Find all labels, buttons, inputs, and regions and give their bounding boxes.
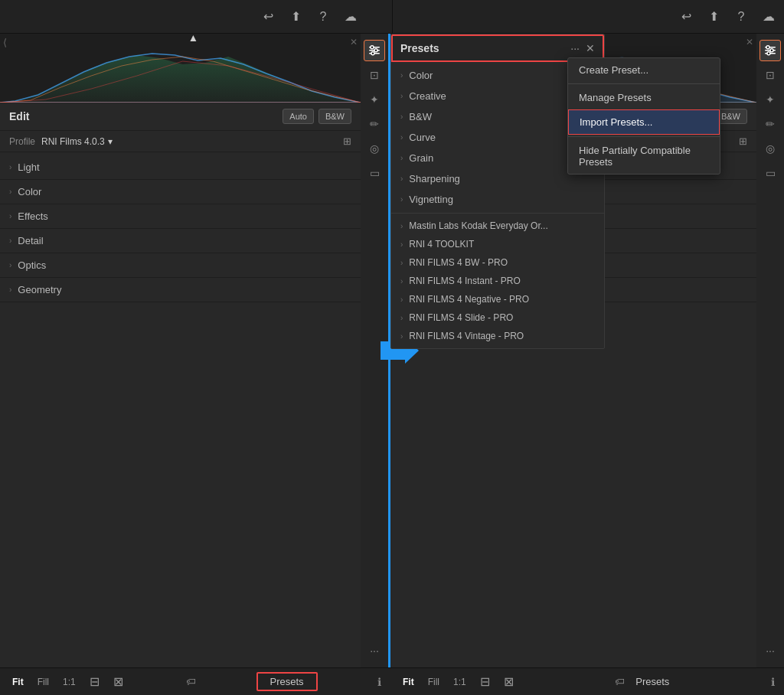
left-profile-label: Profile (9, 136, 35, 147)
svg-point-4 (371, 46, 374, 49)
left-panel-item-geometry[interactable]: › Geometry (0, 278, 361, 302)
ctx-hide-partial[interactable]: Hide Partially Compatible Presets (568, 139, 720, 174)
histogram-expand-icon[interactable]: ⟨ (3, 37, 7, 48)
preset-chevron-mastin-icon: › (400, 222, 403, 230)
tag-icon-bottom-right[interactable]: 🏷 (615, 676, 625, 687)
right-sidebar-icons: ⊡ ✦ ✏ ◎ ▭ ··· (756, 34, 784, 667)
presets-label-right[interactable]: Presets (632, 674, 672, 689)
ctx-create-preset[interactable]: Create Preset... (568, 58, 720, 82)
svg-point-13 (770, 49, 773, 52)
cloud-icon-right[interactable]: ☁ (761, 9, 776, 24)
zoom-1to1-button-right[interactable]: 1:1 (450, 675, 469, 689)
preset-chevron-color-icon: › (400, 71, 403, 80)
context-menu: Create Preset... Manage Presets Import P… (567, 57, 720, 175)
help-icon-right[interactable]: ? (733, 9, 749, 24)
help-icon-left[interactable]: ? (315, 9, 331, 24)
left-panel-items: › Light › Color › Effects › Detail › O (0, 152, 361, 667)
svg-marker-0 (190, 35, 196, 41)
left-edit-panel: ⟨ ✕ Edit Auto B&W Profile RNI Films 4.0.… (0, 34, 361, 667)
presets-title: Presets (400, 42, 570, 54)
right-histogram-close-icon[interactable]: ✕ (746, 37, 753, 47)
left-profile-value[interactable]: RNI Films 4.0.3 ▾ (41, 136, 113, 147)
right-sidebar-sliders-icon[interactable] (760, 40, 781, 61)
svg-point-12 (766, 46, 769, 49)
left-panel-item-light[interactable]: › Light (0, 155, 361, 180)
zoom-fit-button-right[interactable]: Fit (400, 675, 417, 689)
left-sidebar-brush-icon[interactable]: ✏ (364, 113, 385, 135)
left-chevron-geometry-icon: › (9, 286, 11, 294)
left-panel-item-effects[interactable]: › Effects (0, 204, 361, 229)
left-edit-title: Edit (9, 110, 29, 122)
right-sidebar-gradient-icon[interactable]: ▭ (760, 162, 781, 184)
presets-more-icon[interactable]: ··· (570, 42, 580, 54)
left-profile-grid-icon[interactable]: ⊞ (343, 135, 351, 147)
presets-close-icon[interactable]: ✕ (586, 42, 595, 54)
left-chevron-light-icon: › (9, 163, 11, 171)
preset-group-vignetting[interactable]: › Vignetting (391, 189, 604, 210)
preset-chevron-bw-icon: › (400, 113, 403, 121)
info-icon-right[interactable]: ℹ (771, 676, 775, 688)
preset-chevron-rni4-icon: › (400, 240, 403, 249)
preset-folder-slide[interactable]: › RNI FILMS 4 Slide - PRO (391, 308, 604, 327)
info-icon-left[interactable]: ℹ (377, 676, 381, 688)
left-sidebar-sliders-icon[interactable] (364, 40, 385, 61)
zoom-side-by-side-icon[interactable]: ⊟ (87, 673, 103, 690)
preset-chevron-grain-icon: › (400, 154, 403, 162)
zoom-split-icon[interactable]: ⊠ (110, 673, 126, 690)
left-profile-chevron-icon: ▾ (108, 136, 113, 147)
bottom-bar: Fit Fill 1:1 ⊟ ⊠ 🏷 Presets ℹ Fit Fill 1:… (0, 667, 784, 695)
left-panel-item-optics[interactable]: › Optics (0, 253, 361, 278)
tag-icon-bottom-left[interactable]: 🏷 (186, 676, 196, 687)
left-sidebar-crop-icon[interactable]: ⊡ (364, 64, 385, 86)
preset-chevron-vintage-icon: › (400, 332, 403, 341)
undo-icon-left[interactable]: ↩ (260, 9, 276, 24)
zoom-fill-button[interactable]: Fill (34, 675, 52, 689)
preset-chevron-creative-icon: › (400, 92, 403, 100)
share-icon-left[interactable]: ⬆ (288, 9, 303, 24)
bottom-bar-right: Fit Fill 1:1 ⊟ ⊠ 🏷 Presets ℹ (390, 673, 784, 690)
left-panel-item-color[interactable]: › Color (0, 180, 361, 204)
right-panel: ✕ Edit Auto B&W Profile RNI Films 4.0.3 … (390, 34, 784, 667)
preset-folder-mastin[interactable]: › Mastin Labs Kodak Everyday Or... (391, 217, 604, 235)
share-icon-right[interactable]: ⬆ (706, 9, 721, 24)
presets-button-left[interactable]: Presets (256, 672, 318, 691)
preset-folder-negative[interactable]: › RNI FILMS 4 Negative - PRO (391, 290, 604, 308)
preset-chevron-instant-icon: › (400, 277, 403, 286)
top-bar-right-icons: ↩ ⬆ ? ☁ (678, 9, 776, 24)
zoom-fill-button-right[interactable]: Fill (425, 675, 443, 689)
ctx-manage-presets[interactable]: Manage Presets (568, 86, 720, 109)
left-bw-button[interactable]: B&W (318, 109, 351, 124)
right-sidebar-brush-icon[interactable]: ✏ (760, 113, 781, 135)
preset-folder-vintage[interactable]: › RNI FILMS 4 Vintage - PRO (391, 327, 604, 345)
left-sidebar-gradient-icon[interactable]: ▭ (364, 162, 385, 184)
zoom-split-icon-right[interactable]: ⊠ (501, 673, 517, 690)
left-chevron-detail-icon: › (9, 237, 11, 245)
left-sidebar-heal-icon[interactable]: ✦ (364, 89, 385, 110)
right-profile-grid-icon[interactable]: ⊞ (739, 135, 747, 147)
preset-folder-rni4[interactable]: › RNI 4 TOOLKIT (391, 235, 604, 253)
preset-folder-bw-pro[interactable]: › RNI FILMS 4 BW - PRO (391, 253, 604, 272)
left-chevron-optics-icon: › (9, 261, 11, 269)
right-sidebar-crop-icon[interactable]: ⊡ (760, 64, 781, 86)
right-sidebar-radial-icon[interactable]: ◎ (760, 138, 781, 159)
left-auto-button[interactable]: Auto (283, 109, 314, 124)
zoom-fit-button[interactable]: Fit (9, 675, 27, 689)
top-bar-divider (392, 0, 393, 34)
zoom-1to1-button[interactable]: 1:1 (60, 675, 79, 689)
right-sidebar-more-icon[interactable]: ··· (760, 640, 781, 661)
histogram-close-icon[interactable]: ✕ (350, 37, 358, 47)
zoom-side-by-side-icon-right[interactable]: ⊟ (477, 673, 493, 690)
left-profile-row: Profile RNI Films 4.0.3 ▾ ⊞ (0, 131, 361, 152)
preset-chevron-slide-icon: › (400, 314, 403, 322)
left-chevron-effects-icon: › (9, 212, 11, 220)
top-bar-left-icons: ↩ ⬆ ? ☁ (260, 9, 358, 24)
cloud-icon-left[interactable]: ☁ (343, 9, 358, 24)
left-panel-item-detail[interactable]: › Detail (0, 229, 361, 253)
ctx-import-presets[interactable]: Import Presets... (568, 109, 720, 135)
preset-folder-instant[interactable]: › RNI FILMS 4 Instant - PRO (391, 272, 604, 290)
right-sidebar-heal-icon[interactable]: ✦ (760, 89, 781, 110)
left-sidebar-more-icon[interactable]: ··· (364, 640, 385, 661)
undo-icon-right[interactable]: ↩ (678, 9, 694, 24)
svg-point-14 (767, 52, 770, 55)
left-sidebar-radial-icon[interactable]: ◎ (364, 138, 385, 159)
